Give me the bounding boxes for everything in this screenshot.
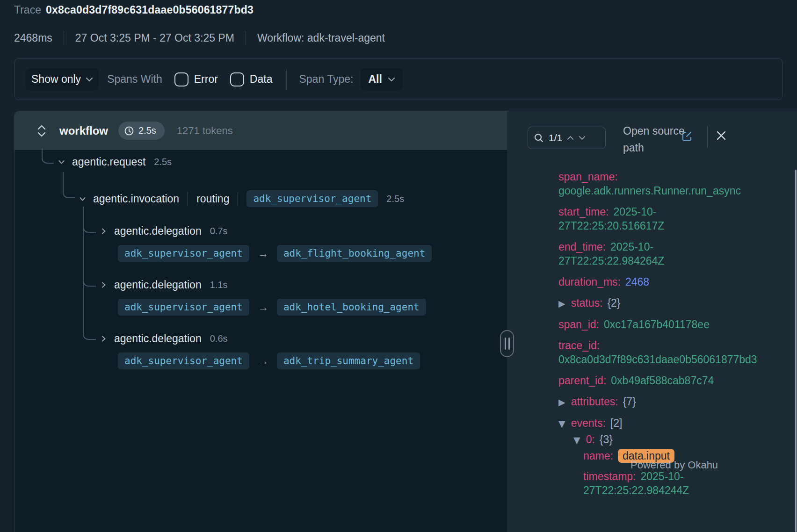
chevron-right-icon[interactable] [100, 281, 108, 289]
json-entry: end_time:2025-10- 27T22:25:22.984264Z [558, 240, 792, 268]
agent-chip[interactable]: adk_supervisor_agent [118, 245, 249, 262]
arrow-right-icon: → [256, 247, 270, 260]
span-tag: routing [196, 193, 229, 205]
span-label: agentic.request [72, 156, 145, 168]
json-value: 27T22:25:22.984264Z [558, 254, 792, 268]
delegation-agents-row: adk_supervisor_agent → adk_flight_bookin… [118, 245, 432, 262]
json-count: [2] [610, 417, 623, 429]
json-value-highlighted: data.input [618, 449, 674, 463]
expanded-triangle-icon[interactable]: ▼ [573, 433, 580, 447]
meta-divider [246, 31, 246, 45]
json-key: attributes: [571, 395, 618, 408]
span-label: agentic.delegation [114, 225, 202, 237]
spans-with-label: Spans With [107, 73, 162, 86]
span-label: agentic.invocation [93, 193, 179, 205]
agent-chip[interactable]: adk_hotel_booking_agent [277, 299, 426, 316]
agent-chip[interactable]: adk_supervisor_agent [246, 190, 378, 207]
json-entry: ▶attributes:{7} [558, 395, 792, 409]
expanded-triangle-icon[interactable]: ▼ [558, 417, 565, 431]
chevron-right-icon[interactable] [100, 227, 108, 235]
span-label: agentic.delegation [114, 332, 202, 345]
trace-label: Trace [14, 4, 41, 16]
span-tree: agentic.request 2.5s agentic.invocation … [14, 150, 507, 532]
agent-chip[interactable]: adk_supervisor_agent [118, 352, 249, 369]
span-type-label: Span Type: [299, 73, 353, 86]
details-header: 1/1 Open source path [507, 111, 797, 163]
json-key: parent_id: [558, 374, 606, 387]
span-row-invocation[interactable]: agentic.invocation routing adk_superviso… [79, 190, 404, 207]
json-entry: trace_id: 0x8ca0d3d7f89c631daae0b5606187… [558, 338, 792, 367]
json-value: google.adk.runners.Runner.run_async [558, 184, 792, 198]
chevron-right-icon[interactable] [100, 335, 108, 343]
json-value: 2025-10- [640, 470, 683, 482]
json-entry: name:data.input [558, 449, 792, 463]
json-key: span_id: [558, 318, 599, 331]
filter-bar: Show only Spans With Error Data Span Typ… [14, 58, 783, 100]
workflow-tokens: 1271 tokens [177, 125, 233, 137]
json-value: 2025-10- [610, 241, 653, 253]
trace-duration: 2468ms [14, 32, 52, 44]
details-scrollbar[interactable] [795, 170, 797, 532]
header-divider [707, 126, 708, 148]
json-count: {2} [607, 297, 620, 309]
json-count: {3} [600, 433, 613, 446]
workflow-duration-pill: 2.5s [118, 122, 165, 140]
json-key: status: [571, 297, 603, 309]
span-row-delegation[interactable]: agentic.delegation 1.1s [100, 279, 228, 291]
show-only-label: Show only [31, 73, 81, 86]
search-match-count: 1/1 [549, 132, 562, 144]
error-checkbox[interactable] [174, 72, 188, 86]
span-tree-pane: workflow 2.5s 1271 tokens agentic.reques… [14, 111, 507, 532]
json-entry: ▼events:[2] [558, 416, 792, 431]
expand-collapse-all-icon[interactable] [36, 124, 47, 138]
json-entry: span_id:0xc17a167b401178ee [558, 317, 792, 331]
span-row-delegation[interactable]: agentic.delegation 0.7s [100, 225, 228, 237]
tree-connector [63, 172, 75, 198]
json-value: 2025-10- [613, 206, 656, 218]
tree-connector [83, 326, 96, 340]
collapsed-triangle-icon[interactable]: ▶ [558, 395, 565, 409]
trace-viewer-card: workflow 2.5s 1271 tokens agentic.reques… [14, 111, 797, 532]
trace-header: Trace0x8ca0d3d7f89c631daae0b56061877bd3 [14, 4, 254, 16]
json-entry: ▶status:{2} [558, 296, 792, 310]
json-entry: parent_id:0xb49af588cab87c74 [558, 374, 792, 388]
chevron-down-icon[interactable] [579, 136, 586, 140]
chevron-up-icon[interactable] [567, 136, 574, 140]
label-divider [238, 192, 238, 206]
close-icon[interactable] [716, 130, 727, 141]
chevron-down-icon [388, 77, 395, 82]
agent-chip[interactable]: adk_trip_summary_agent [277, 352, 420, 369]
json-entry: ▼0:{3} [558, 432, 792, 447]
json-value: 2468 [625, 276, 649, 288]
json-entry: span_name: google.adk.runners.Runner.run… [558, 170, 792, 198]
chevron-down-icon[interactable] [58, 158, 65, 166]
error-checkbox-label: Error [194, 73, 218, 86]
span-type-value: All [368, 73, 382, 86]
agent-chip[interactable]: adk_flight_booking_agent [277, 245, 432, 262]
tree-connector [83, 219, 96, 233]
details-search-box[interactable]: 1/1 [528, 127, 606, 149]
show-only-dropdown[interactable]: Show only [26, 68, 99, 90]
json-value: 27T22:25:22.984244Z [583, 483, 792, 497]
json-value: 0xb49af588cab87c74 [611, 374, 714, 387]
agent-chip[interactable]: adk_supervisor_agent [118, 299, 249, 316]
search-icon [534, 133, 544, 143]
json-key: span_name: [558, 171, 618, 183]
data-checkbox[interactable] [230, 72, 244, 86]
span-type-dropdown[interactable]: All [361, 68, 402, 90]
chevron-down-icon[interactable] [79, 195, 87, 203]
external-link-icon[interactable] [681, 130, 693, 142]
json-entry: timestamp:2025-10- 27T22:25:22.984244Z [558, 469, 792, 497]
filter-divider [286, 69, 287, 90]
label-divider [188, 192, 188, 206]
pane-resize-handle[interactable] [500, 330, 514, 357]
trace-meta: 2468ms 27 Oct 3:25 PM - 27 Oct 3:25 PM W… [14, 31, 385, 45]
json-value: 0x8ca0d3d7f89c631daae0b56061877bd3 [558, 352, 792, 367]
span-row-request[interactable]: agentic.request 2.5s [58, 156, 172, 168]
span-json-viewer: span_name: google.adk.runners.Runner.run… [558, 170, 792, 504]
span-duration: 0.6s [210, 333, 228, 344]
trace-workflow: Workflow: adk-travel-agent [257, 32, 385, 44]
span-row-delegation[interactable]: agentic.delegation 0.6s [100, 332, 228, 345]
collapsed-triangle-icon[interactable]: ▶ [558, 296, 565, 310]
span-details-pane: 1/1 Open source path span_name: google.a… [507, 111, 797, 532]
